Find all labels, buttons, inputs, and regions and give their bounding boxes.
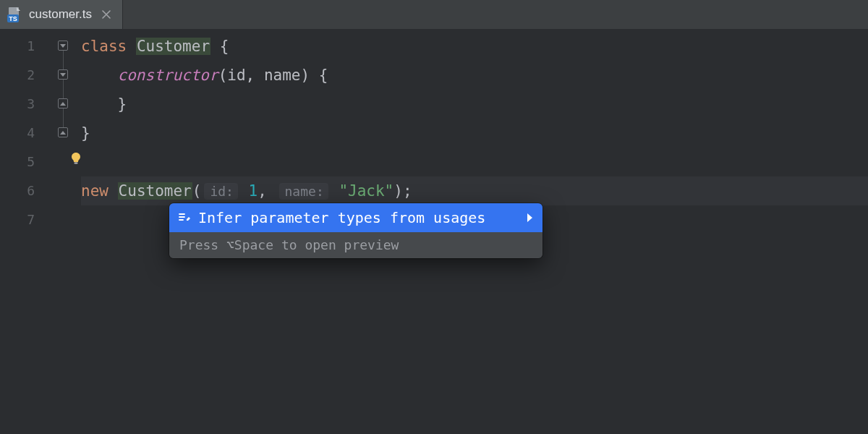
intention-action-infer-types[interactable]: Infer parameter types from usages: [169, 203, 542, 232]
line-number: 4: [0, 119, 56, 148]
close-icon[interactable]: [101, 9, 112, 20]
code-line[interactable]: constructor(id, name) {: [81, 61, 868, 90]
intention-hint: Press ⌥Space to open preview: [169, 232, 542, 258]
typescript-file-icon: TS: [7, 7, 23, 22]
parameter-hint: id:: [204, 183, 238, 200]
code-editor[interactable]: 1 2 3 4 5 6 7 class Customer { construct…: [0, 29, 868, 434]
line-number: 2: [0, 61, 56, 90]
intention-bulb-icon[interactable]: [68, 150, 84, 166]
tab-bar: TS customer.ts: [0, 0, 868, 29]
line-number: 3: [0, 90, 56, 119]
code-line[interactable]: class Customer {: [81, 32, 868, 61]
svg-rect-3: [75, 163, 78, 164]
intention-action-label: Infer parameter types from usages: [198, 203, 485, 232]
line-number: 1: [0, 32, 56, 61]
line-number: 5: [0, 148, 56, 176]
line-number: 6: [0, 176, 56, 205]
code-line[interactable]: }: [81, 90, 868, 119]
line-number-gutter: 1 2 3 4 5 6 7: [0, 29, 56, 434]
code-line[interactable]: }: [81, 119, 868, 148]
tab-customer-ts[interactable]: TS customer.ts: [0, 0, 123, 29]
code-line[interactable]: [81, 148, 868, 176]
parameter-hint: name:: [279, 183, 328, 200]
svg-text:TS: TS: [9, 15, 17, 22]
code-line-current[interactable]: new Customer(id: 1, name: "Jack");: [81, 176, 868, 205]
chevron-right-icon: [527, 213, 532, 222]
edit-icon: [178, 211, 191, 224]
intention-popup: Infer parameter types from usages Press …: [169, 203, 542, 258]
line-number: 7: [0, 205, 56, 234]
tab-label: customer.ts: [29, 7, 92, 22]
code-area[interactable]: class Customer { constructor(id, name) {…: [56, 29, 868, 434]
